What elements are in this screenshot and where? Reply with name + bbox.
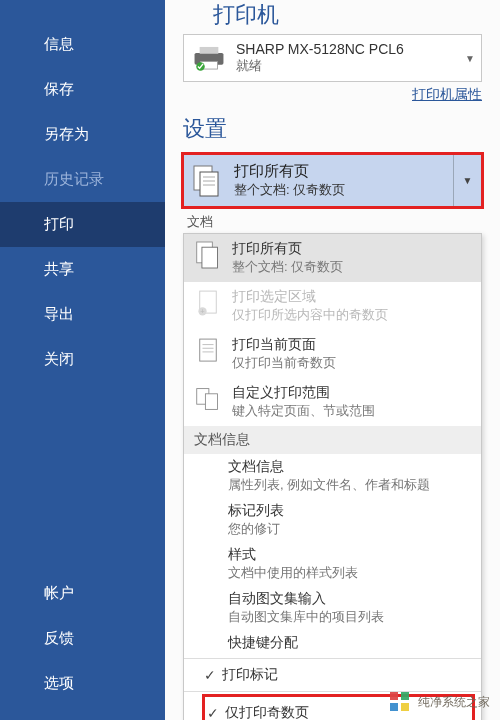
print-range-dropdown: 打印所有页 整个文档: 仅奇数页 + 打印选定区域 仅打印所选内容中的奇数页 [183,233,482,720]
svg-rect-22 [390,703,398,711]
nav-options[interactable]: 选项 [0,661,165,706]
page-range-icon [195,385,221,413]
print-range-title: 打印所有页 [234,162,345,181]
printer-name: SHARP MX-5128NC PCL6 [236,41,404,57]
check-icon: ✓ [207,705,225,720]
printer-status: 就绪 [236,57,404,75]
svg-rect-10 [202,247,218,268]
dd-print-all[interactable]: 打印所有页 整个文档: 仅奇数页 [184,234,481,282]
watermark: 纯净系统之家 [388,690,490,714]
nav-account[interactable]: 帐户 [0,571,165,616]
dd-docinfo[interactable]: 文档信息 属性列表, 例如文件名、作者和标题 [184,454,481,498]
nav-print[interactable]: 打印 [0,202,165,247]
svg-rect-23 [401,703,409,711]
nav-info[interactable]: 信息 [0,22,165,67]
nav-save-as[interactable]: 另存为 [0,112,165,157]
watermark-logo-icon [388,690,412,714]
svg-rect-21 [401,692,409,700]
pages-icon [195,240,221,270]
dd-styles[interactable]: 样式 文档中使用的样式列表 [184,542,481,586]
dd-print-selection: + 打印选定区域 仅打印所选内容中的奇数页 [184,282,481,330]
page-selection-icon: + [197,289,219,317]
printer-properties-link[interactable]: 打印机属性 [183,86,482,104]
svg-rect-20 [390,692,398,700]
settings-heading: 设置 [183,114,482,144]
svg-rect-5 [200,172,218,196]
nav-save[interactable]: 保存 [0,67,165,112]
nav-history[interactable]: 历史记录 [0,157,165,202]
print-range-selector[interactable]: 打印所有页 整个文档: 仅奇数页 ▼ [183,154,482,207]
printer-heading: 打印机 [213,0,482,30]
chevron-down-icon: ▼ [465,53,475,64]
page-icon [197,337,219,365]
backstage-sidebar: 信息 保存 另存为 历史记录 打印 共享 导出 关闭 帐户 反馈 选项 [0,0,165,720]
nav-feedback[interactable]: 反馈 [0,616,165,661]
print-range-subtitle: 整个文档: 仅奇数页 [234,181,345,199]
svg-rect-14 [200,339,217,361]
chevron-down-icon[interactable]: ▼ [453,155,481,206]
svg-rect-1 [200,47,219,54]
pages-icon [192,164,222,198]
printer-selector[interactable]: SHARP MX-5128NC PCL6 就绪 ▼ [183,34,482,82]
doc-label: 文档 [187,213,482,231]
main-pane: 打印机 SHARP MX-5128NC PCL6 就绪 ▼ 打印机属性 设置 [165,0,500,720]
printer-icon [192,44,226,72]
dd-group-docinfo: 文档信息 [184,426,481,454]
svg-text:+: + [200,307,204,316]
nav-close[interactable]: 关闭 [0,337,165,382]
dd-print-current[interactable]: 打印当前页面 仅打印当前奇数页 [184,330,481,378]
nav-share[interactable]: 共享 [0,247,165,292]
dd-print-markup-toggle[interactable]: ✓ 打印标记 [184,661,481,689]
check-icon: ✓ [204,667,222,683]
nav-export[interactable]: 导出 [0,292,165,337]
dd-shortcuts[interactable]: 快捷键分配 [184,630,481,656]
dd-print-custom[interactable]: 自定义打印范围 键入特定页面、节或范围 [184,378,481,426]
svg-rect-19 [205,394,217,410]
dd-autotext[interactable]: 自动图文集输入 自动图文集库中的项目列表 [184,586,481,630]
dd-markup-list[interactable]: 标记列表 您的修订 [184,498,481,542]
